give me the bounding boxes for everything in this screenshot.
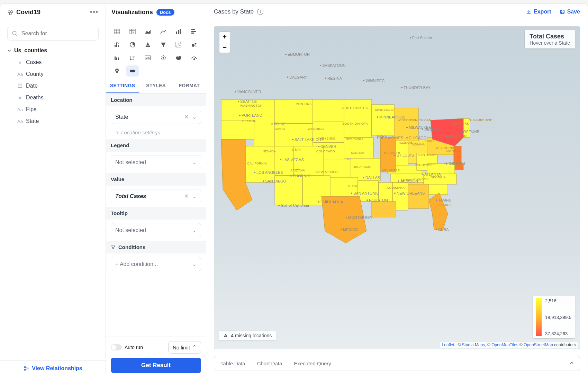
viz-pie[interactable] bbox=[126, 39, 139, 50]
tab-chart-data[interactable]: Chart Data bbox=[257, 360, 282, 366]
search-icon bbox=[12, 30, 18, 37]
osm-link[interactable]: OpenStreetMap bbox=[524, 342, 553, 347]
state-label: W. VIRGINIA bbox=[436, 146, 455, 150]
clear-icon[interactable]: ✕ bbox=[184, 193, 189, 199]
section-tooltip: Tooltip bbox=[106, 207, 206, 220]
viz-gauge[interactable] bbox=[188, 52, 200, 63]
missing-locations-badge[interactable]: 4 missing locations bbox=[219, 331, 276, 340]
svg-rect-62 bbox=[313, 99, 344, 122]
location-field-select[interactable]: State ✕⌄ bbox=[111, 110, 201, 124]
datasource-header: Covid19 ••• bbox=[0, 4, 106, 21]
map-canvas[interactable]: + − Total Cases Hover over a State bbox=[214, 26, 580, 349]
svg-rect-38 bbox=[115, 56, 116, 57]
zoom-out-button[interactable]: − bbox=[219, 42, 230, 53]
viz-hbar[interactable] bbox=[188, 26, 200, 37]
tree-field-state[interactable]: AaState bbox=[3, 115, 103, 127]
row-limit-select[interactable]: No limit ⌃ bbox=[168, 341, 201, 354]
svg-rect-20 bbox=[180, 29, 181, 34]
viz-stacked[interactable] bbox=[111, 52, 123, 63]
state-label: IDAHO bbox=[275, 127, 285, 131]
viz-combo[interactable] bbox=[111, 39, 123, 50]
location-settings-toggle[interactable]: Location settings bbox=[106, 127, 206, 139]
svg-point-35 bbox=[195, 43, 196, 45]
tree-field-fips[interactable]: AaFips bbox=[3, 104, 103, 115]
result-tabs: Table Data Chart Data Executed Query bbox=[214, 356, 580, 371]
datasource-icon bbox=[7, 9, 13, 16]
city-label: WINNIPEG bbox=[363, 79, 385, 83]
svg-rect-23 bbox=[191, 33, 194, 34]
tree-table-label: Us_counties bbox=[14, 47, 47, 54]
viz-line[interactable] bbox=[157, 26, 170, 37]
section-conditions: Conditions bbox=[106, 241, 206, 253]
state-label: UTAH bbox=[292, 148, 301, 151]
export-button[interactable]: Export bbox=[526, 9, 551, 15]
omt-link[interactable]: OpenMapTiles bbox=[491, 342, 518, 347]
number-icon: # bbox=[17, 60, 23, 65]
viz-area[interactable] bbox=[142, 26, 154, 37]
chevron-down-icon[interactable]: ⌄ bbox=[192, 227, 197, 233]
svg-rect-100 bbox=[225, 336, 226, 337]
docs-button[interactable]: Docs bbox=[156, 9, 174, 16]
city-label: REGINA bbox=[325, 76, 342, 80]
viz-scatter[interactable] bbox=[172, 39, 185, 50]
viz-kpi[interactable]: KPI bbox=[142, 52, 154, 63]
add-condition-select[interactable]: + Add condition... ⌄ bbox=[111, 257, 201, 271]
state-label: KANSAS bbox=[351, 151, 364, 155]
svg-point-51 bbox=[179, 56, 181, 59]
tab-settings[interactable]: SETTINGS bbox=[106, 79, 139, 93]
tab-table-data[interactable]: Table Data bbox=[220, 360, 245, 366]
tree-field-date[interactable]: Date bbox=[3, 80, 103, 92]
stadia-link[interactable]: Stadia Maps bbox=[462, 342, 485, 347]
auto-run-toggle[interactable] bbox=[111, 344, 122, 350]
clear-icon[interactable]: ✕ bbox=[184, 114, 189, 120]
viz-choropleth[interactable] bbox=[126, 65, 139, 77]
expand-results-button[interactable] bbox=[569, 360, 574, 366]
value-field-select[interactable]: Total Cases ✕⌄ bbox=[111, 189, 201, 203]
chevron-down-icon[interactable]: ⌄ bbox=[192, 159, 197, 166]
viz-wordcloud[interactable] bbox=[172, 52, 185, 63]
state-label: SOUTH DAKOTA bbox=[342, 122, 368, 125]
city-label: SEATTLE bbox=[238, 99, 257, 104]
tab-format[interactable]: FORMAT bbox=[173, 79, 206, 93]
zoom-in-button[interactable]: + bbox=[219, 32, 230, 42]
viz-pivot[interactable] bbox=[126, 26, 139, 37]
color-scale-legend: 2,516 18,913,389.5 37,824,263 bbox=[533, 296, 575, 338]
viz-table[interactable] bbox=[111, 26, 123, 37]
viz-radar[interactable] bbox=[157, 52, 170, 63]
viz-sorted[interactable] bbox=[126, 52, 139, 63]
search-input-wrapper[interactable] bbox=[7, 27, 99, 41]
save-button[interactable]: Save bbox=[560, 9, 580, 15]
tree-field-deaths[interactable]: #Deaths bbox=[3, 92, 103, 104]
svg-rect-21 bbox=[191, 29, 195, 30]
svg-rect-19 bbox=[178, 30, 179, 34]
chevron-down-icon[interactable]: ⌄ bbox=[192, 261, 197, 267]
get-result-button[interactable]: Get Result bbox=[111, 358, 201, 373]
tree-field-cases[interactable]: #Cases bbox=[3, 56, 103, 68]
city-label: HOUSTON bbox=[367, 198, 388, 202]
viz-pinmap[interactable] bbox=[111, 65, 123, 77]
legend-field-select[interactable]: Not selected ⌄ bbox=[111, 155, 201, 169]
city-label: TAMPA bbox=[436, 198, 451, 202]
tree-field-county[interactable]: AaCounty bbox=[3, 68, 103, 80]
chevron-down-icon[interactable]: ⌄ bbox=[192, 114, 197, 120]
info-icon[interactable]: i bbox=[257, 9, 263, 15]
chevron-down-icon[interactable]: ⌄ bbox=[192, 193, 197, 199]
search-input[interactable] bbox=[21, 30, 94, 37]
viz-funnel[interactable] bbox=[157, 39, 170, 50]
viz-bar[interactable] bbox=[172, 26, 185, 37]
datasource-menu-button[interactable]: ••• bbox=[90, 9, 99, 16]
leaflet-link[interactable]: Leaflet bbox=[442, 342, 454, 347]
view-relationships-button[interactable]: View Relationships bbox=[24, 365, 82, 372]
state-label: GEORGIA bbox=[431, 176, 446, 179]
viz-bubble[interactable] bbox=[188, 39, 200, 50]
tab-styles[interactable]: STYLES bbox=[139, 79, 172, 93]
chevron-right-icon bbox=[116, 131, 119, 134]
state-label: WISCONSIN bbox=[398, 118, 417, 122]
tree-table[interactable]: Us_counties bbox=[3, 45, 103, 56]
visualizations-title: Visualizations bbox=[111, 9, 153, 16]
tooltip-field-select[interactable]: Not selected ⌄ bbox=[111, 223, 201, 237]
tab-executed-query[interactable]: Executed Query bbox=[294, 360, 331, 366]
svg-point-1 bbox=[11, 10, 13, 12]
city-label: Fort Severn bbox=[410, 36, 432, 40]
viz-pyramid[interactable] bbox=[142, 39, 154, 50]
